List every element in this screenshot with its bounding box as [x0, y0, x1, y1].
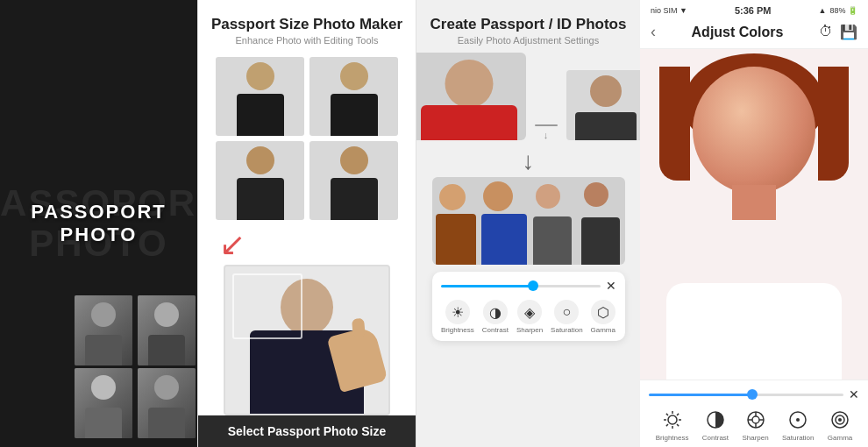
page-title: Adjust Colors — [692, 25, 784, 40]
photo-preview-area — [640, 49, 868, 380]
body-layer — [666, 283, 842, 380]
status-battery: ▲ 88% 🔋 — [819, 6, 857, 15]
person-2 — [480, 177, 529, 265]
photo-cell-1 — [75, 295, 132, 365]
contrast-label: Contrast — [482, 326, 509, 334]
panel2-subtitle: Enhance Photo with Editing Tools — [211, 35, 402, 46]
p4-sharpen-label: Sharpen — [742, 434, 768, 442]
panel2-photo-grid — [198, 53, 416, 224]
brightness-icon: ☀ — [445, 300, 470, 324]
panel3-subtitle: Easily Photo Adjustment Settings — [430, 35, 627, 46]
svg-line-5 — [665, 414, 667, 415]
status-time: 5:36 PM — [735, 5, 772, 16]
svg-line-7 — [677, 414, 679, 415]
p4-icons-row: Brightness Contrast — [649, 408, 859, 442]
p3-slider-row: ✕ — [438, 279, 620, 293]
p3-contrast-icon[interactable]: ◑ Contrast — [482, 300, 509, 334]
scan-rectangle — [232, 273, 302, 339]
svg-point-11 — [752, 416, 759, 423]
panel4-toolbar: ✕ Brightness — [640, 380, 868, 447]
battery-text: 88% 🔋 — [829, 6, 857, 15]
p4-gamma-item[interactable]: Gamma — [828, 408, 852, 442]
app-name-subtitle: PHOTO — [60, 224, 138, 246]
p3-adjustment-slider[interactable] — [441, 285, 601, 287]
person-4 — [577, 177, 625, 265]
hair-side-right — [818, 67, 849, 181]
p4-brightness-label: Brightness — [656, 434, 689, 442]
gamma-label: Gamma — [591, 326, 615, 334]
panel2-title: Passport Size Photo Maker — [211, 16, 402, 33]
sharpen-label: Sharpen — [516, 326, 543, 334]
panel-4-adjust-colors: nio SIM ▼ 5:36 PM ▲ 88% 🔋 ‹ Adjust Color… — [640, 0, 868, 447]
photo-cell-3 — [75, 368, 132, 438]
status-bar: nio SIM ▼ 5:36 PM ▲ 88% 🔋 — [640, 0, 868, 19]
p4-brightness-item[interactable]: Brightness — [656, 408, 689, 442]
panel2-footer-text: Select Passport Photo Size — [207, 424, 407, 438]
svg-point-20 — [838, 418, 842, 422]
p3-slider-thumb — [528, 280, 538, 291]
sharpen-icon: ◈ — [517, 300, 542, 324]
panel2-footer: Select Passport Photo Size — [198, 415, 416, 447]
selfie-photo — [416, 53, 526, 140]
svg-point-17 — [796, 418, 800, 422]
panel3-top-photos: ↓ — [416, 53, 640, 140]
contrast-icon: ◑ — [483, 300, 508, 324]
p3-sharpen-icon[interactable]: ◈ Sharpen — [516, 300, 543, 334]
app-name-title: PASSOPORT — [31, 201, 167, 224]
panel3-down-arrow: ↓ — [523, 147, 535, 175]
panel3-title: Create Passport / ID Photos — [430, 16, 627, 33]
panel-1-app-promo: PASSOPORTPHOTO PASSOPORT PHOTO — [0, 0, 197, 447]
svg-point-0 — [668, 415, 677, 424]
p2-cell-2 — [309, 57, 398, 136]
saturation-label: Saturation — [551, 326, 582, 334]
back-button[interactable]: ‹ — [651, 23, 656, 41]
panel2-cropping-preview — [224, 265, 390, 415]
p2-cell-3 — [216, 141, 304, 220]
panel3-toolbar: ✕ ☀ Brightness ◑ Contrast ◈ Sharpen ○ Sa… — [432, 272, 625, 341]
svg-line-6 — [677, 424, 679, 426]
panel3-header: Create Passport / ID Photos Easily Photo… — [422, 0, 636, 53]
p4-gamma-icon — [829, 408, 851, 431]
p2-cell-4 — [309, 141, 398, 220]
p4-contrast-item[interactable]: Contrast — [702, 408, 729, 442]
wifi-icon: ▲ — [819, 6, 827, 15]
p4-sharpen-item[interactable]: Sharpen — [742, 408, 768, 442]
p3-gamma-icon[interactable]: ⬡ Gamma — [591, 300, 615, 334]
p4-brightness-icon — [661, 408, 684, 431]
person-1 — [432, 177, 480, 265]
p4-adjustment-slider[interactable] — [649, 394, 843, 396]
p4-slider-thumb — [747, 389, 758, 400]
passport-photo — [566, 70, 641, 140]
brightness-label: Brightness — [441, 326, 474, 334]
p4-saturation-icon — [786, 408, 809, 431]
photo-cell-4 — [138, 368, 196, 438]
panel-3-create-id-photos: Create Passport / ID Photos Easily Photo… — [416, 0, 640, 447]
p4-saturation-label: Saturation — [782, 434, 814, 442]
p4-gamma-label: Gamma — [828, 434, 852, 442]
face-layer — [693, 67, 815, 194]
panel-2-photo-maker: Passport Size Photo Maker Enhance Photo … — [197, 0, 416, 447]
p3-close-button[interactable]: ✕ — [606, 279, 616, 293]
navigation-bar: ‹ Adjust Colors ⏱ 💾 — [640, 19, 868, 49]
panel2-arrow-icon: ↙ — [198, 226, 245, 263]
nav-actions: ⏱ 💾 — [819, 24, 857, 40]
p3-icons-row: ☀ Brightness ◑ Contrast ◈ Sharpen ○ Satu… — [438, 298, 620, 336]
p2-cell-1 — [216, 57, 304, 136]
p3-saturation-icon[interactable]: ○ Saturation — [551, 300, 582, 334]
save-button[interactable]: 💾 — [840, 24, 857, 40]
p4-contrast-label: Contrast — [702, 434, 729, 442]
photo-grid-preview — [75, 295, 197, 438]
group-photo — [432, 177, 625, 265]
hair-side-left — [659, 67, 690, 181]
p4-close-button[interactable]: ✕ — [849, 387, 859, 401]
status-carrier: nio SIM ▼ — [651, 6, 687, 15]
person-3 — [529, 177, 577, 265]
p4-contrast-icon — [704, 408, 727, 431]
p4-slider-row: ✕ — [649, 387, 859, 401]
p3-brightness-icon[interactable]: ☀ Brightness — [441, 300, 474, 334]
p4-saturation-item[interactable]: Saturation — [782, 408, 814, 442]
panel2-header: Passport Size Photo Maker Enhance Photo … — [203, 0, 411, 53]
svg-line-8 — [665, 424, 667, 426]
history-button[interactable]: ⏱ — [819, 24, 833, 40]
photo-cell-2 — [138, 295, 196, 365]
